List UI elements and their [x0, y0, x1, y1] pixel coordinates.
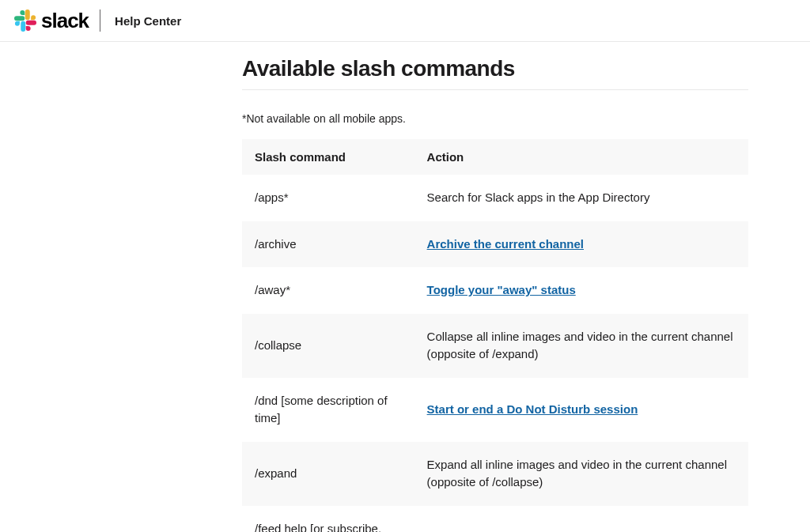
action-cell: Toggle your "away" status	[414, 267, 748, 314]
table-row: /collapseCollapse all inline images and …	[242, 314, 748, 378]
slack-logo[interactable]: slack	[14, 9, 89, 33]
slash-commands-table: Slash command Action /apps*Search for Sl…	[242, 139, 748, 532]
action-cell: Expand all inline images and video in th…	[414, 442, 748, 506]
action-cell: Manage RSS subscriptions	[414, 506, 748, 533]
table-row: /archiveArchive the current channel	[242, 221, 748, 268]
action-link[interactable]: Archive the current channel	[427, 237, 584, 251]
main-content: Available slash commands *Not available …	[242, 42, 748, 532]
command-cell: /away*	[242, 267, 414, 314]
action-link[interactable]: Start or end a Do Not Disturb session	[427, 402, 638, 416]
col-header-command: Slash command	[242, 139, 414, 175]
page-title: Available slash commands	[242, 56, 748, 90]
brand-text: slack	[41, 9, 89, 33]
command-cell: /dnd [some description of time]	[242, 378, 414, 442]
action-link[interactable]: Toggle your "away" status	[427, 283, 576, 296]
command-cell: /expand	[242, 442, 414, 506]
action-cell: Start or end a Do Not Disturb session	[414, 378, 748, 442]
command-cell: /archive	[242, 221, 414, 268]
table-row: /expandExpand all inline images and vide…	[242, 442, 748, 506]
availability-note: *Not available on all mobile apps.	[242, 112, 748, 125]
table-row: /away*Toggle your "away" status	[242, 267, 748, 314]
action-cell: Search for Slack apps in the App Directo…	[414, 175, 748, 221]
table-row: /feed help [or subscribe, list, remove]M…	[242, 506, 748, 533]
command-cell: /apps*	[242, 175, 414, 221]
action-cell: Collapse all inline images and video in …	[414, 314, 748, 378]
header-bar: slack Help Center	[0, 0, 810, 42]
command-cell: /collapse	[242, 314, 414, 378]
table-row: /dnd [some description of time]Start or …	[242, 378, 748, 442]
col-header-action: Action	[414, 139, 748, 175]
table-row: /apps*Search for Slack apps in the App D…	[242, 175, 748, 221]
command-cell: /feed help [or subscribe, list, remove]	[242, 506, 414, 533]
help-center-link[interactable]: Help Center	[115, 14, 181, 28]
header-divider	[100, 9, 100, 32]
action-cell: Archive the current channel	[414, 221, 748, 268]
slack-logo-icon	[14, 9, 36, 32]
